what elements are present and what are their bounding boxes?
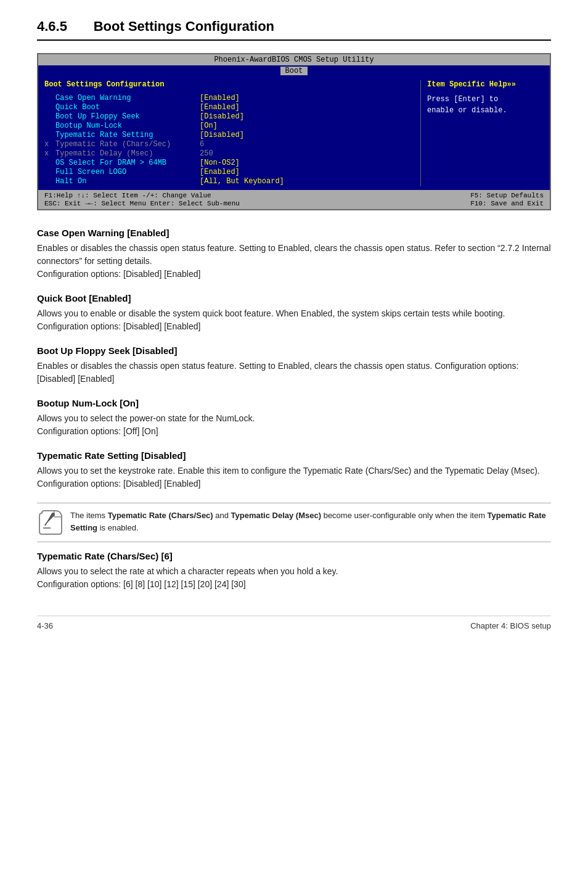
content-section-title: Quick Boot [Enabled] (37, 293, 551, 303)
bios-item-label: Halt On (55, 177, 197, 186)
bios-item-value: [On] (200, 122, 218, 130)
content-section-paragraph: Configuration options: [Disabled] [Enabl… (37, 268, 551, 281)
bios-item: x Typematic Rate (Chars/Sec)6 (44, 140, 415, 149)
content-section-paragraph: Allows you to set the keystroke rate. En… (37, 464, 551, 477)
content-section-title: Case Open Warning [Enabled] (37, 228, 551, 238)
note-text: The items Typematic Rate (Chars/Sec) and… (70, 510, 551, 534)
bios-item-value: [Enabled] (200, 168, 240, 176)
content-section-paragraph: Allows you to select the rate at which a… (37, 565, 551, 578)
bios-help-text1: Press [Enter] to (427, 94, 544, 105)
content-section-title: Bootup Num-Lock [On] (37, 398, 551, 408)
note-box: The items Typematic Rate (Chars/Sec) and… (37, 503, 551, 542)
content-section-title: Typematic Rate (Chars/Sec) [6] (37, 551, 551, 561)
content-section-case-open-warning: Case Open Warning [Enabled]Enables or di… (37, 228, 551, 281)
content-section-title: Typematic Rate Setting [Disabled] (37, 450, 551, 461)
bios-item: Halt On [All, But Keyboard] (44, 177, 415, 186)
content-section-paragraph: Enables or disables the chassis open sta… (37, 242, 551, 268)
bios-help-text2: enable or disable. (427, 105, 544, 116)
bios-footer-right1: F5: Setup Defaults (470, 192, 544, 199)
bios-item-marker (44, 94, 53, 102)
bios-item-marker (44, 177, 53, 186)
bios-item-value: [Enabled] (200, 103, 240, 112)
bios-item-label: Bootup Num-Lock (55, 122, 197, 130)
bios-item-label: Quick Boot (55, 103, 197, 112)
bios-body: Boot Settings Configuration Case Open Wa… (38, 76, 550, 190)
bios-item-label: Boot Up Floppy Seek (55, 112, 197, 121)
bios-footer-left2: ESC: Exit →←: Select Menu Enter: Select … (44, 200, 240, 207)
content-section-paragraph: Enables or disables the chassis open sta… (37, 360, 551, 386)
bios-sidebar: Item Specific Help»» Press [Enter] to en… (420, 80, 544, 186)
bios-item: OS Select For DRAM > 64MB[Non-OS2] (44, 159, 415, 167)
bios-item-label: Typematic Delay (Msec) (55, 149, 197, 158)
section-number: 4.6.5 (37, 19, 67, 34)
bios-item-label: Typematic Rate Setting (55, 131, 197, 139)
bios-item: Typematic Rate Setting [Disabled] (44, 131, 415, 139)
bios-item-label: Full Screen LOGO (55, 168, 197, 176)
content-section-paragraph: Configuration options: [6] [8] [10] [12]… (37, 578, 551, 591)
bios-item-marker (44, 131, 53, 139)
page-number: 4-36 (37, 621, 53, 630)
bios-help-title: Item Specific Help»» (427, 80, 544, 89)
bios-footer: F1:Help ↑↓: Select Item -/+: Change Valu… (38, 190, 550, 209)
bios-item-value: [Non-OS2] (200, 159, 240, 167)
bios-item-marker (44, 122, 53, 130)
bios-item-marker (44, 103, 53, 112)
bios-menu-bar: Boot (38, 65, 550, 76)
section-heading: 4.6.5 Boot Settings Configuration (37, 19, 551, 41)
bios-item: Quick Boot [Enabled] (44, 103, 415, 112)
bios-footer-right2: F10: Save and Exit (470, 200, 544, 207)
content-section-paragraph: Configuration options: [Off] [On] (37, 425, 551, 438)
bios-item-value: [Enabled] (200, 94, 240, 102)
content-section-paragraph: Allows you to select the power-on state … (37, 412, 551, 425)
bios-item: Full Screen LOGO [Enabled] (44, 168, 415, 176)
bios-item-marker (44, 159, 53, 167)
bios-item-value: 6 (200, 140, 204, 149)
bios-section-title: Boot Settings Configuration (44, 80, 415, 89)
bios-item-value: [All, But Keyboard] (200, 177, 284, 186)
bios-item: Boot Up Floppy Seek [Disabled] (44, 112, 415, 121)
bios-item-value: [Disabled] (200, 112, 244, 121)
content-section-paragraph: Configuration options: [Disabled] [Enabl… (37, 477, 551, 490)
bios-item-marker: x (44, 149, 53, 158)
bios-title: Phoenix-AwardBIOS CMOS Setup Utility (38, 54, 550, 65)
content-section-quick-boot: Quick Boot [Enabled]Allows you to enable… (37, 293, 551, 333)
bios-item-label: Case Open Warning (55, 94, 197, 102)
content-section-title: Boot Up Floppy Seek [Disabled] (37, 345, 551, 356)
content-section-typematic-rate-setting: Typematic Rate Setting [Disabled]Allows … (37, 450, 551, 490)
bios-item-label: Typematic Rate (Chars/Sec) (55, 140, 197, 149)
content-section-typematic-rate-chars: Typematic Rate (Chars/Sec) [6]Allows you… (37, 551, 551, 591)
bios-screen: Phoenix-AwardBIOS CMOS Setup Utility Boo… (37, 53, 551, 210)
bios-items-list: Case Open Warning [Enabled] Quick Boot [… (44, 94, 415, 186)
bios-item: Case Open Warning [Enabled] (44, 94, 415, 102)
chapter-label: Chapter 4: BIOS setup (470, 621, 551, 630)
bios-item-marker (44, 112, 53, 121)
section-title: Boot Settings Configuration (94, 19, 274, 34)
page-footer: 4-36 Chapter 4: BIOS setup (37, 616, 551, 630)
bios-item-value: [Disabled] (200, 131, 244, 139)
bios-item-label: OS Select For DRAM > 64MB (55, 159, 197, 167)
bios-item-marker (44, 168, 53, 176)
content-sections-after: Typematic Rate (Chars/Sec) [6]Allows you… (37, 551, 551, 591)
content-section-paragraph: Allows you to enable or disable the syst… (37, 307, 551, 320)
bios-footer-left1: F1:Help ↑↓: Select Item -/+: Change Valu… (44, 192, 240, 199)
content-section-bootup-num-lock: Bootup Num-Lock [On]Allows you to select… (37, 398, 551, 438)
bios-active-tab: Boot (280, 67, 308, 75)
note-icon (37, 510, 63, 535)
bios-main-panel: Boot Settings Configuration Case Open Wa… (44, 80, 415, 186)
bios-item-marker: x (44, 140, 53, 149)
bios-item: Bootup Num-Lock [On] (44, 122, 415, 130)
content-section-boot-up-floppy-seek: Boot Up Floppy Seek [Disabled]Enables or… (37, 345, 551, 386)
bios-item-value: 250 (200, 149, 213, 158)
bios-item: x Typematic Delay (Msec) 250 (44, 149, 415, 158)
content-section-paragraph: Configuration options: [Disabled] [Enabl… (37, 320, 551, 333)
content-sections: Case Open Warning [Enabled]Enables or di… (37, 228, 551, 490)
